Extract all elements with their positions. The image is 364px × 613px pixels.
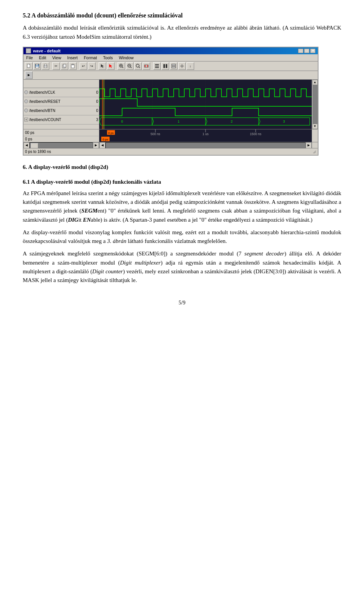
signal-value-reset: 0	[91, 99, 98, 104]
menu-tools[interactable]: Tools	[102, 55, 114, 60]
tb-print[interactable]	[42, 62, 49, 70]
tb-zoom-range[interactable]	[143, 62, 150, 70]
paragraph-1: Az FPGA mérőpanel leírása szerint a négy…	[23, 189, 341, 224]
maximize-button[interactable]: □	[304, 49, 309, 53]
svg-rect-31	[172, 66, 176, 68]
signal-dot-btn	[24, 109, 28, 112]
tb-layout4[interactable]	[178, 62, 186, 70]
signal-row-reset: /testbench/RESET 0	[24, 97, 99, 106]
menu-format[interactable]: Format	[83, 55, 98, 60]
wave-toolbar-1: ✂ ↩ ↪	[24, 61, 318, 71]
digen-bold: DIG	[68, 217, 78, 223]
svg-rect-28	[163, 64, 165, 68]
en-bold: EN	[83, 217, 91, 223]
scroll-up-button[interactable]: ▲	[312, 80, 318, 85]
svg-text:1: 1	[177, 120, 179, 123]
svg-line-18	[130, 67, 132, 68]
svg-text:3: 3	[283, 120, 285, 123]
signal-row-count: + /testbench/COUNT 3	[24, 115, 99, 124]
tb-zoom-in[interactable]	[118, 62, 125, 70]
signal-list: /testbench/CLK 0 /testbench/RESET 0 /tes…	[24, 80, 99, 129]
svg-rect-29	[166, 64, 167, 68]
svg-rect-2	[36, 64, 38, 66]
signal-row-clk: /testbench/CLK 0	[24, 88, 99, 97]
tb-down-arrow[interactable]: ↓	[187, 62, 194, 70]
hscroll-right-button[interactable]: ▶	[93, 142, 99, 148]
window-title: wave - default	[33, 49, 61, 53]
tb-extra[interactable]: ▶	[25, 71, 33, 79]
wave-window: wave - default _ □ ✕ File Edit View Inse…	[23, 47, 318, 156]
hscroll-main-left[interactable]: ◀	[99, 142, 105, 148]
resize-icon	[312, 149, 316, 154]
signal-value-btn: 0	[91, 109, 98, 113]
timescale-area: 500 ns 1 us 1500 ns 0 ps	[99, 129, 312, 136]
vertical-scrollbar[interactable]: ▲ ▼	[312, 80, 318, 129]
svg-text:0 ps: 0 ps	[108, 131, 114, 135]
svg-rect-8	[63, 64, 66, 67]
signal-dot-reset	[24, 99, 28, 103]
cursor-row: 0 ps 0 ps	[24, 136, 318, 142]
menu-view[interactable]: View	[51, 55, 63, 60]
timescale-label-left: 00 ps	[24, 129, 99, 136]
titlebar-buttons: _ □ ✕	[298, 49, 315, 53]
timescale-corner	[312, 129, 318, 136]
svg-rect-30	[172, 64, 176, 66]
window-icon	[26, 48, 31, 54]
menu-file[interactable]: File	[25, 55, 34, 60]
signal-dot-clk	[24, 90, 28, 94]
scroll-down-button[interactable]: ▼	[312, 124, 318, 129]
menu-edit[interactable]: Edit	[38, 55, 47, 60]
wave-titlebar: wave - default _ □ ✕	[24, 47, 318, 54]
section61-title: 6.1 A display-vezérlő modul (disp2d) fun…	[23, 178, 341, 186]
hscroll-track-left	[30, 142, 93, 148]
tb-new[interactable]	[25, 62, 33, 70]
tb-save[interactable]	[33, 62, 41, 70]
tb-redo[interactable]: ↪	[88, 62, 96, 70]
svg-text:500 ns: 500 ns	[151, 132, 160, 136]
wave-menubar: File Edit View Insert Format Tools Windo…	[24, 54, 318, 61]
svg-text:1 us: 1 us	[202, 132, 209, 136]
tb-select[interactable]	[107, 62, 115, 70]
svg-rect-27	[155, 67, 159, 68]
menu-window[interactable]: Window	[118, 55, 135, 60]
tb-layout1[interactable]	[153, 62, 161, 70]
tb-paste[interactable]	[69, 62, 77, 70]
tb-zoom-out[interactable]	[126, 62, 133, 70]
signal-value-count: 3	[91, 118, 98, 122]
paragraph-3: A számjegyeknek megfelelő szegmenskódoka…	[23, 249, 341, 285]
hscroll-main-controls: ◀ ▶	[99, 142, 312, 148]
svg-rect-3	[36, 66, 39, 68]
hscroll-main-track	[105, 142, 306, 148]
signal-name-count: /testbench/COUNT	[29, 118, 89, 122]
hscroll-thumb-left[interactable]	[31, 143, 38, 148]
paragraph-2: Az display-vezérlő modul viszonylag komp…	[23, 228, 341, 246]
segm-bold: SEGM	[82, 208, 98, 214]
timescale-svg: 500 ns 1 us 1500 ns 0 ps	[99, 129, 312, 136]
minimize-button[interactable]: _	[298, 49, 303, 53]
signal-name-btn: /testbench/BTN	[29, 109, 89, 113]
section-title: 5.2 A dobásszámláló modul (dcount) ellen…	[23, 11, 341, 20]
menu-insert[interactable]: Insert	[66, 55, 79, 60]
tb-copy[interactable]	[61, 62, 68, 70]
signal-name-clk: /testbench/CLK	[29, 90, 89, 95]
cursor-ps-label: 0 ps	[25, 137, 32, 141]
svg-line-21	[139, 67, 140, 68]
tb-zoom-full[interactable]	[134, 62, 142, 70]
cursor-corner	[312, 136, 318, 142]
hscroll-left-button[interactable]: ◀	[24, 142, 30, 148]
intro-paragraph: A dobásszámláló modul leírását ellenőriz…	[23, 24, 341, 41]
tb-cursor[interactable]	[99, 62, 106, 70]
hscroll-main-right[interactable]: ▶	[306, 142, 312, 148]
timescale-ps: 00 ps	[25, 131, 34, 135]
svg-line-14	[122, 67, 123, 68]
fig3-italic: 3. ábrán	[107, 238, 126, 244]
expand-icon[interactable]: +	[24, 118, 28, 121]
tb-layout3[interactable]	[170, 62, 177, 70]
hscroll-corner	[312, 142, 318, 148]
tb-undo[interactable]: ↩	[80, 62, 87, 70]
scroll-track	[312, 85, 318, 124]
page-number: 5/9	[179, 300, 185, 306]
tb-layout2[interactable]	[162, 62, 169, 70]
close-button[interactable]: ✕	[310, 49, 315, 53]
tb-cut[interactable]: ✂	[52, 62, 60, 70]
